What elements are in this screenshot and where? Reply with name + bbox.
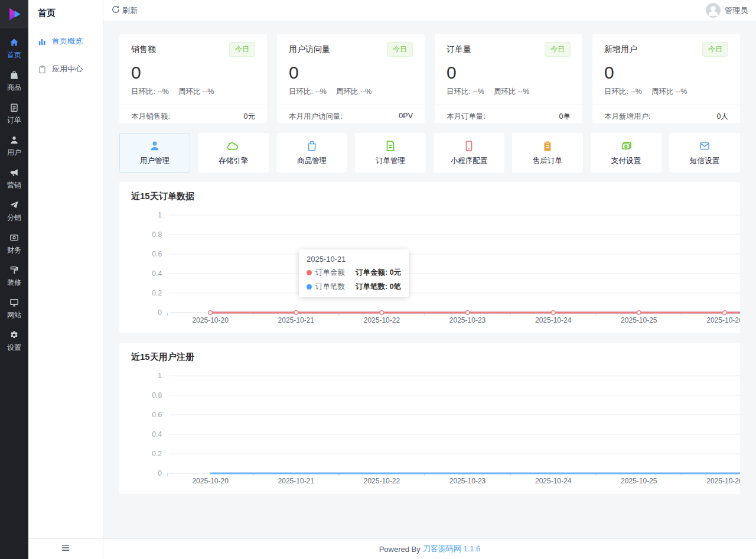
series-name: 订单金额	[315, 268, 345, 278]
clipboard-icon	[38, 65, 47, 74]
day-ratio: 日环比: --%	[447, 87, 484, 97]
card-value: 0	[131, 64, 255, 82]
quick-action-label: 存储引擎	[219, 156, 248, 166]
quick-action-miniprogram-config[interactable]: 小程序配置	[434, 133, 504, 173]
quick-action-order-management[interactable]: 订单管理	[355, 133, 426, 173]
today-badge: 今日	[229, 42, 255, 57]
sidebar-item-website[interactable]: 网站	[0, 292, 28, 325]
sidebar-item-marketing[interactable]: 营销	[0, 162, 28, 195]
svg-text:2025-10-23: 2025-10-23	[449, 316, 486, 324]
submenu-item-app-center[interactable]: 应用中心	[28, 57, 103, 82]
submenu-item-label: 首页概览	[52, 36, 83, 47]
series-dot	[307, 284, 312, 290]
svg-text:0.4: 0.4	[152, 430, 162, 438]
envelope-icon	[698, 139, 711, 152]
svg-text:2025-10-21: 2025-10-21	[278, 316, 315, 324]
card-value: 0	[447, 64, 571, 82]
svg-text:0.6: 0.6	[152, 411, 162, 419]
person-icon	[148, 139, 161, 152]
user-register-panel: 近15天用户注册 00.20.40.60.812025-10-202025-10…	[119, 343, 740, 494]
week-ratio: 周环比 --%	[178, 87, 214, 97]
chart-tooltip: 2025-10-21 订单金额 订单金额: 0元 订单笔数 订单笔数: 0笔	[299, 249, 409, 297]
card-title: 订单量	[447, 44, 471, 55]
quick-action-goods-management[interactable]: 商品管理	[276, 133, 347, 173]
svg-text:1: 1	[158, 372, 162, 380]
megaphone-icon	[9, 168, 19, 177]
today-badge: 今日	[702, 42, 728, 57]
svg-text:0.2: 0.2	[152, 450, 162, 458]
card-footer-label: 本月用户访问量:	[289, 112, 343, 122]
powered-by-text: Powered By	[379, 545, 421, 554]
svg-text:0.2: 0.2	[152, 289, 162, 297]
svg-text:2025-10-22: 2025-10-22	[364, 316, 400, 324]
footer-link[interactable]: 刀客源码网 1.1.6	[423, 544, 481, 554]
chart-title: 近15天用户注册	[119, 352, 740, 363]
svg-text:2025-10-24: 2025-10-24	[535, 316, 572, 324]
svg-text:2025-10-22: 2025-10-22	[364, 477, 400, 485]
series-dot	[307, 270, 312, 275]
sidebar-item-decorate[interactable]: 装修	[0, 260, 28, 292]
refresh-label: 刷新	[122, 5, 138, 16]
paper-plane-icon	[9, 200, 19, 210]
chart-title: 近15天订单数据	[119, 191, 740, 202]
order-list-icon	[9, 103, 19, 112]
sidebar-item-distribution[interactable]: 分销	[0, 195, 28, 228]
card-footer-value: 0元	[244, 112, 255, 122]
shopping-bag-icon	[9, 70, 19, 80]
svg-text:2025-10-20: 2025-10-20	[192, 477, 229, 485]
app-window: 首页 商品 订单 用户 营销 分销	[0, 0, 756, 559]
sidebar-item-orders[interactable]: 订单	[0, 98, 28, 130]
card-footer-label: 本月新增用户:	[604, 112, 650, 122]
refresh-button[interactable]: 刷新	[112, 5, 138, 16]
quick-action-sms-settings[interactable]: 短信设置	[669, 133, 740, 173]
svg-text:0: 0	[158, 308, 162, 317]
bar-chart-icon	[38, 37, 47, 46]
submenu-title: 首页	[28, 0, 103, 26]
main-area: 刷新 管理员 销售额今日 0 日环比: --%周环比 --% 本月销售额:0元 …	[103, 0, 756, 559]
monitor-icon	[9, 298, 19, 307]
sidebar-item-settings[interactable]: 设置	[0, 325, 28, 358]
week-ratio: 周环比 --%	[651, 87, 687, 97]
quick-action-storage-engine[interactable]: 存储引擎	[198, 133, 269, 173]
paint-roller-icon	[9, 265, 19, 275]
sidebar-item-users[interactable]: 用户	[0, 130, 28, 162]
username: 管理员	[725, 5, 748, 16]
svg-text:0.8: 0.8	[152, 230, 162, 239]
card-title: 新增用户	[604, 44, 637, 55]
sidebar-item-finance[interactable]: 财务	[0, 228, 28, 260]
cloud-icon	[227, 139, 240, 152]
card-footer-label: 本月销售额:	[131, 112, 170, 122]
quick-action-payment-settings[interactable]: 支付设置	[591, 133, 662, 173]
collapse-sidebar-button[interactable]	[28, 538, 103, 559]
sidebar-item-label: 用户	[7, 148, 21, 158]
quick-action-label: 小程序配置	[451, 156, 488, 166]
stat-card-sales: 销售额今日 0 日环比: --%周环比 --% 本月销售额:0元	[119, 34, 267, 123]
submenu-item-overview[interactable]: 首页概览	[28, 29, 103, 54]
phone-icon	[462, 139, 475, 152]
sidebar-item-label: 营销	[7, 180, 21, 190]
app-logo[interactable]	[0, 0, 28, 28]
card-footer-value: 0人	[717, 112, 728, 122]
page-footer: Powered By 刀客源码网 1.1.6	[103, 538, 756, 559]
rail-nav: 首页 商品 订单 用户 营销 分销	[0, 28, 28, 358]
sidebar-item-goods[interactable]: 商品	[0, 65, 28, 98]
stat-cards-row: 销售额今日 0 日环比: --%周环比 --% 本月销售额:0元 用户访问量今日…	[119, 34, 740, 123]
sidebar-item-label: 财务	[7, 245, 21, 255]
quick-action-aftersale-orders[interactable]: 售后订单	[512, 133, 583, 173]
sidebar-item-label: 分销	[7, 213, 21, 223]
svg-text:2025-10-24: 2025-10-24	[535, 477, 572, 485]
home-icon	[9, 38, 19, 47]
quick-action-label: 用户管理	[140, 156, 170, 166]
primary-sidebar: 首页 商品 订单 用户 营销 分销	[0, 0, 28, 559]
avatar	[706, 3, 721, 18]
user-menu[interactable]: 管理员	[706, 3, 748, 18]
series-value: 订单笔数: 0笔	[356, 282, 401, 292]
sidebar-item-label: 网站	[7, 310, 21, 320]
day-ratio: 日环比: --%	[289, 87, 327, 97]
sidebar-item-home[interactable]: 首页	[0, 32, 28, 65]
series-name: 订单笔数	[315, 282, 345, 292]
quick-action-label: 短信设置	[690, 156, 719, 166]
week-ratio: 周环比 --%	[494, 87, 529, 97]
quick-action-user-management[interactable]: 用户管理	[119, 133, 190, 173]
quick-action-label: 售后订单	[533, 156, 562, 166]
